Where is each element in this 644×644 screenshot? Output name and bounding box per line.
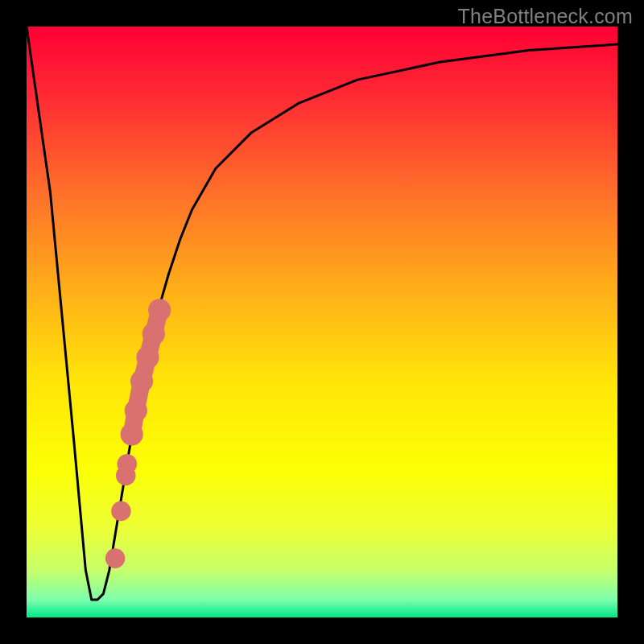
chart-svg — [0, 0, 644, 644]
data-marker — [111, 502, 131, 522]
data-marker — [105, 548, 126, 568]
data-marker — [118, 454, 138, 474]
